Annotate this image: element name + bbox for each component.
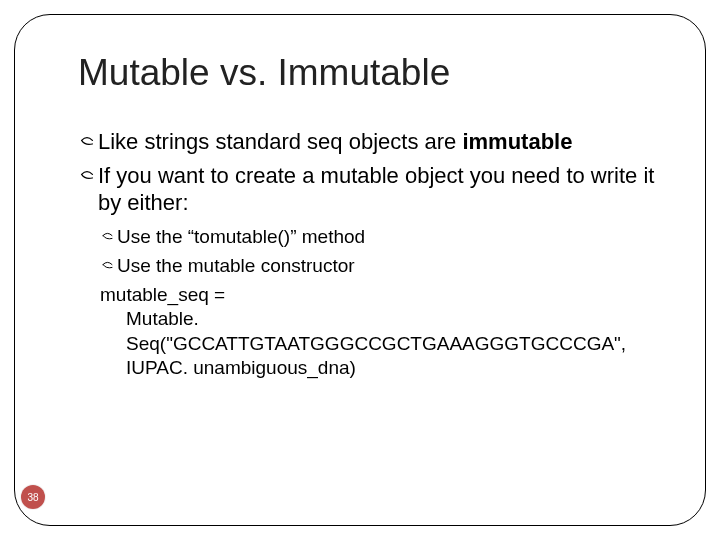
sub-bullet-1-text: Use the “tomutable()” method	[117, 225, 660, 249]
page-number-badge: 38	[21, 485, 45, 509]
sub-bullet-1: Use the “tomutable()” method	[100, 225, 660, 252]
curly-bullet-icon	[78, 132, 96, 160]
slide-content: Mutable vs. Immutable Like strings stand…	[78, 52, 660, 380]
slide: Mutable vs. Immutable Like strings stand…	[0, 0, 720, 540]
code-line-2: Mutable. Seq("GCCATTGTAATGGGCCGCTGAAAGGG…	[100, 307, 660, 380]
code-line-1: mutable_seq =	[100, 283, 660, 307]
slide-title: Mutable vs. Immutable	[78, 52, 660, 94]
page-number: 38	[27, 492, 38, 503]
sub-bullet-2: Use the mutable constructor	[100, 254, 660, 281]
bullet-1: Like strings standard seq objects are im…	[78, 128, 660, 160]
bullet-1-pre: Like strings standard seq objects are	[98, 129, 462, 154]
curly-bullet-icon	[100, 257, 115, 281]
bullet-2: If you want to create a mutable object y…	[78, 162, 660, 217]
sub-bullet-2-text: Use the mutable constructor	[117, 254, 660, 278]
curly-bullet-icon	[100, 228, 115, 252]
bullet-2-text: If you want to create a mutable object y…	[98, 162, 660, 217]
bullet-1-bold: immutable	[462, 129, 572, 154]
bullet-1-text: Like strings standard seq objects are im…	[98, 128, 660, 156]
curly-bullet-icon	[78, 166, 96, 194]
code-line-2-text: Mutable. Seq("GCCATTGTAATGGGCCGCTGAAAGGG…	[100, 307, 660, 380]
